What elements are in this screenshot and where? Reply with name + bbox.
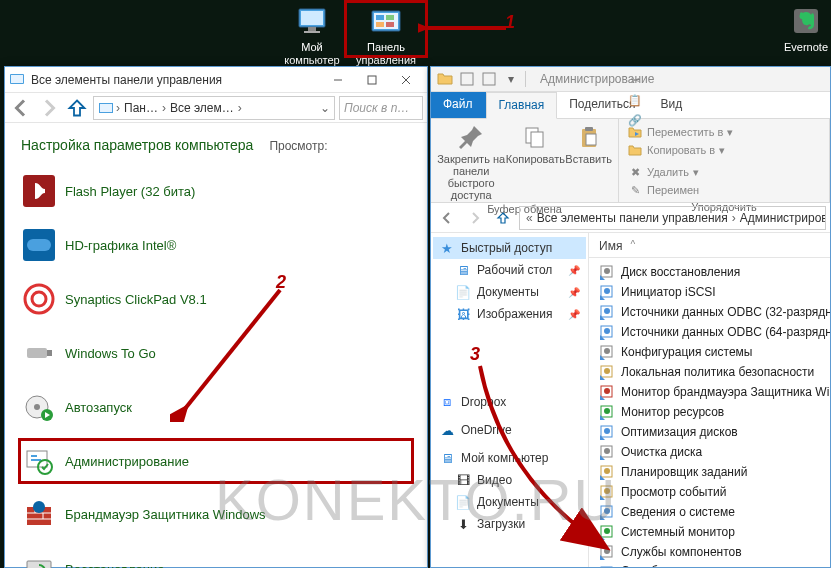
pin-icon: 📌 — [568, 265, 580, 276]
admin-tools-icon — [23, 445, 55, 477]
svg-rect-26 — [27, 348, 47, 358]
address-box[interactable]: « Все элементы панели управления › Админ… — [519, 206, 826, 230]
svg-rect-27 — [47, 350, 52, 356]
downloads-icon: ⬇ — [455, 516, 471, 532]
chevron-icon: › — [730, 211, 738, 225]
svg-point-41 — [33, 501, 45, 513]
svg-rect-47 — [483, 73, 495, 85]
svg-rect-2 — [308, 27, 316, 31]
breadcrumb[interactable]: Пан… — [122, 101, 160, 115]
svg-rect-1 — [301, 11, 323, 25]
svg-rect-46 — [461, 73, 473, 85]
address-bar: « Все элементы панели управления › Админ… — [431, 203, 830, 233]
recovery-icon — [23, 553, 55, 568]
svg-rect-52 — [586, 134, 596, 145]
file-item[interactable]: Диск восстановления — [593, 262, 826, 282]
copy-to-icon — [627, 142, 643, 158]
ribbon-delete-button[interactable]: ✖Удалить ▾ — [625, 163, 701, 181]
annotation-arrow-2 — [170, 282, 290, 422]
autoplay-icon — [23, 391, 55, 423]
ribbon-paste-shortcut-button[interactable]: 🔗 — [625, 111, 645, 129]
sort-indicator-icon: ^ — [630, 239, 635, 253]
cp-item-intel-hd[interactable]: HD-графика Intel® — [21, 225, 411, 265]
title-bar[interactable]: Все элементы панели управления — [5, 67, 427, 93]
cp-item-firewall[interactable]: Брандмауэр Защитника Windows — [21, 495, 411, 535]
system-icon — [9, 72, 25, 88]
documents-icon: 📄 — [455, 284, 471, 300]
svg-point-56 — [604, 268, 610, 274]
dropbox-icon: ⧈ — [439, 394, 455, 410]
onedrive-icon: ☁ — [439, 422, 455, 438]
tab-home[interactable]: Главная — [486, 92, 558, 119]
ribbon-cut-button[interactable]: ✂ — [625, 71, 645, 89]
rename-icon: ✎ — [627, 182, 643, 198]
file-item[interactable]: Службы — [593, 562, 826, 567]
search-input[interactable]: Поиск в п… — [339, 96, 423, 120]
qat-item-icon[interactable] — [481, 71, 497, 87]
annotation-arrow-1 — [418, 18, 508, 38]
ribbon-pin-button[interactable]: Закрепить на панели быстрого доступа — [437, 123, 505, 201]
nav-quick-access[interactable]: ★Быстрый доступ — [433, 237, 586, 259]
page-heading: Настройка параметров компьютера — [21, 137, 253, 153]
nav-back-button[interactable] — [9, 96, 33, 120]
svg-line-45 — [184, 290, 280, 410]
address-box[interactable]: › Пан… › Все элем… › ⌄ — [93, 96, 335, 120]
cp-item-administration[interactable]: Администрирование — [18, 438, 414, 484]
file-item[interactable]: Инициатор iSCSI — [593, 282, 826, 302]
svg-point-25 — [32, 292, 46, 306]
folder-icon[interactable] — [437, 71, 453, 87]
breadcrumb[interactable]: Все элем… — [168, 101, 236, 115]
svg-point-59 — [604, 288, 610, 294]
cp-item-recovery[interactable]: Восстановление — [21, 549, 411, 568]
ribbon-rename-button[interactable]: ✎Переимен — [625, 181, 701, 199]
breadcrumb[interactable]: Администрирование — [738, 211, 826, 225]
nav-up-button[interactable] — [491, 206, 515, 230]
nav-desktop[interactable]: 🖥Рабочий стол📌 — [433, 259, 586, 281]
monitor-icon — [296, 5, 328, 37]
dropdown-chevron-icon[interactable]: ⌄ — [320, 101, 330, 115]
svg-point-24 — [25, 285, 53, 313]
intel-icon — [23, 229, 55, 261]
video-icon: 🎞 — [455, 472, 471, 488]
close-button[interactable] — [389, 69, 423, 91]
pin-icon: 📌 — [568, 287, 580, 298]
column-header-name[interactable]: Имя^ — [589, 235, 830, 258]
svg-rect-23 — [27, 239, 51, 251]
annotation-arrow-3 — [472, 358, 632, 558]
desktop-icon: 🖥 — [455, 262, 471, 278]
desktop-icon-my-computer[interactable]: Мойкомпьютер — [274, 5, 350, 67]
ribbon-copy-to-button[interactable]: Копировать в ▾ — [625, 141, 727, 159]
file-item[interactable]: Источники данных ODBC (64-разрядна… — [593, 322, 826, 342]
breadcrumb[interactable]: Все элементы панели управления — [535, 211, 730, 225]
nav-forward-button[interactable] — [37, 96, 61, 120]
svg-point-65 — [604, 328, 610, 334]
nav-back-button[interactable] — [435, 206, 459, 230]
view-label: Просмотр: — [269, 139, 327, 153]
copy-icon — [521, 123, 549, 151]
minimize-button[interactable] — [321, 69, 355, 91]
svg-rect-14 — [11, 75, 23, 83]
ribbon: Закрепить на панели быстрого доступа Коп… — [431, 119, 830, 203]
desktop-icon-evernote[interactable]: Evernote — [768, 5, 831, 54]
qat-item-icon[interactable] — [459, 71, 475, 87]
annotation-rect-1 — [344, 0, 428, 58]
maximize-button[interactable] — [355, 69, 389, 91]
nav-pictures[interactable]: 🖼Изображения📌 — [433, 303, 586, 325]
evernote-icon — [790, 5, 822, 37]
shortcut-icon — [599, 565, 615, 568]
chevron-down-icon[interactable]: ▾ — [503, 71, 519, 87]
nav-forward-button[interactable] — [463, 206, 487, 230]
desktop-icon-label: Мойкомпьютер — [274, 41, 350, 67]
cpanel-small-icon — [98, 100, 114, 116]
tab-view[interactable]: Вид — [648, 92, 695, 118]
tab-file[interactable]: Файл — [431, 92, 486, 118]
monitor-icon: 🖥 — [439, 450, 455, 466]
cp-item-flash-player[interactable]: Flash Player (32 бита) — [21, 171, 411, 211]
nav-documents[interactable]: 📄Документы📌 — [433, 281, 586, 303]
file-item[interactable]: Источники данных ODBC (32-разрядна… — [593, 302, 826, 322]
ribbon-paste-button[interactable]: Вставить — [565, 123, 612, 165]
svg-rect-16 — [368, 76, 376, 84]
ribbon-copy-button[interactable]: Копировать — [511, 123, 559, 165]
ribbon-copy-path-button[interactable]: 📋 — [625, 91, 645, 109]
nav-up-button[interactable] — [65, 96, 89, 120]
